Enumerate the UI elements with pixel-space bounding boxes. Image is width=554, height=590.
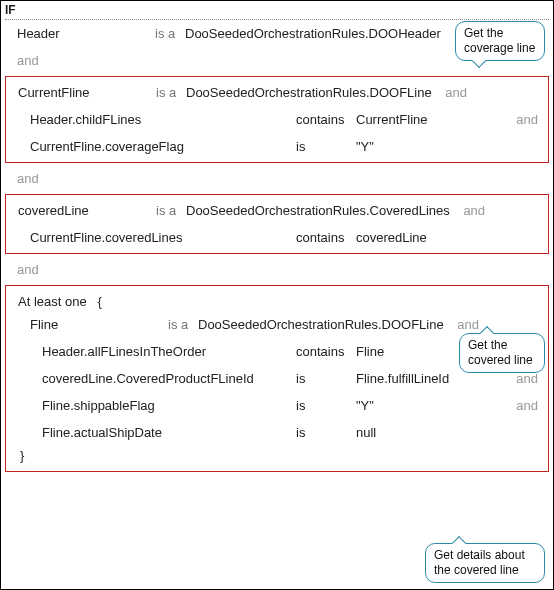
condition-left: Fline.shippableFlag (6, 398, 296, 413)
at-least-one: At least one { (6, 288, 548, 311)
and-connector: and (5, 165, 549, 192)
declaration-row: coveredLine is a DooSeededOrchestrationR… (6, 197, 548, 224)
condition-left: Header.childFLines (6, 112, 296, 127)
condition-left: CurrentFline.coveredLines (6, 230, 296, 245)
condition-op: contains (296, 112, 356, 127)
condition-value: "Y" (356, 398, 508, 413)
condition-left: coveredLine.CoveredProductFLineId (6, 371, 296, 386)
condition-value: CurrentFline (356, 112, 508, 127)
and-connector: and (457, 317, 479, 332)
condition-line: Fline.actualShipDate is null (6, 419, 548, 446)
condition-op: is (296, 371, 356, 386)
type-text: DooSeededOrchestrationRules.CoveredLines (186, 203, 450, 218)
rule-editor-panel: IF Header is a DooSeededOrchestrationRul… (0, 0, 554, 590)
variable-name: coveredLine (6, 203, 156, 218)
and-connector: and (508, 371, 548, 386)
condition-left: CurrentFline.coverageFlag (6, 139, 296, 154)
condition-value: null (356, 425, 508, 440)
condition-block-2: coveredLine is a DooSeededOrchestrationR… (5, 194, 549, 254)
condition-op: is (296, 139, 356, 154)
rule-body: Header is a DooSeededOrchestrationRules.… (1, 20, 553, 478)
condition-left: Header.allFLinesInTheOrder (6, 344, 296, 359)
condition-line: CurrentFline.coverageFlag is "Y" (6, 133, 548, 160)
at-least-label: At least one (18, 294, 87, 309)
condition-op: is (296, 398, 356, 413)
type-text: DooSeededOrchestrationRules.DOOFLine (186, 85, 432, 100)
and-connector: and (508, 112, 548, 127)
open-brace: { (98, 294, 102, 309)
variable-name: Header (5, 26, 155, 41)
and-connector: and (5, 256, 549, 283)
condition-block-1: CurrentFline is a DooSeededOrchestration… (5, 76, 549, 163)
condition-op: contains (296, 344, 356, 359)
type-name: DooSeededOrchestrationRules.DOOFLine and (186, 85, 548, 100)
type-name: DooSeededOrchestrationRules.DOOFLine and (198, 317, 548, 332)
variable-name: CurrentFline (6, 85, 156, 100)
variable-name: Fline (6, 317, 168, 332)
condition-left: Fline.actualShipDate (6, 425, 296, 440)
condition-line: Fline.shippableFlag is "Y" and (6, 392, 548, 419)
callout-text: Get the coverage line (464, 26, 535, 55)
callout-coverage-line: Get the coverage line (455, 21, 545, 61)
and-connector: and (445, 85, 467, 100)
callout-covered-line: Get the covered line (459, 333, 545, 373)
condition-value: coveredLine (356, 230, 508, 245)
condition-line: CurrentFline.coveredLines contains cover… (6, 224, 548, 251)
condition-line: Header.childFLines contains CurrentFline… (6, 106, 548, 133)
condition-op: contains (296, 230, 356, 245)
type-name: DooSeededOrchestrationRules.CoveredLines… (186, 203, 548, 218)
type-text: DooSeededOrchestrationRules.DOOFLine (198, 317, 444, 332)
close-brace: } (6, 446, 548, 469)
is-a-label: is a (155, 26, 185, 41)
and-connector: and (463, 203, 485, 218)
callout-text: Get details about the covered line (434, 548, 525, 577)
callout-details-covered-line: Get details about the covered line (425, 543, 545, 583)
is-a-label: is a (156, 85, 186, 100)
condition-value: Fline.fulfillLineId (356, 371, 508, 386)
is-a-label: is a (156, 203, 186, 218)
condition-block-3: At least one { Fline is a DooSeededOrche… (5, 285, 549, 472)
declaration-row: CurrentFline is a DooSeededOrchestration… (6, 79, 548, 106)
condition-op: is (296, 425, 356, 440)
condition-value: "Y" (356, 139, 508, 154)
if-keyword: IF (1, 1, 553, 17)
callout-text: Get the covered line (468, 338, 533, 367)
and-connector: and (508, 398, 548, 413)
is-a-label: is a (168, 317, 198, 332)
